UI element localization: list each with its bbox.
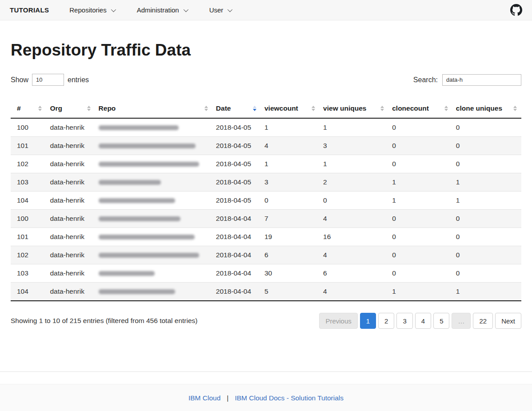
column-header-label: # [17, 104, 21, 112]
footer-link-ibm-cloud[interactable]: IBM Cloud [188, 394, 220, 402]
cell-viewcount: 3 [261, 173, 320, 192]
sort-icon [312, 106, 315, 111]
navbar-brand[interactable]: TUTORIALS [10, 6, 49, 14]
cell-num: 103 [11, 264, 46, 283]
table-row: 101 data-henrik 2018-04-04 19 16 0 0 [11, 228, 521, 246]
table-header: # Org Repo Date viewcount view uniques c… [11, 99, 521, 118]
sort-icon [38, 106, 42, 111]
cell-date: 2018-04-04 [212, 264, 261, 283]
pagination: Previous12345…22Next [319, 313, 521, 329]
pagination-next-button[interactable]: Next [495, 313, 521, 329]
site-footer: IBM Cloud|IBM Cloud Docs - Solution Tuto… [0, 384, 532, 411]
pagination-page-button[interactable]: 2 [378, 313, 394, 329]
traffic-table: # Org Repo Date viewcount view uniques c… [11, 99, 521, 301]
search-input[interactable] [442, 74, 521, 86]
cell-view-uniques: 4 [320, 283, 388, 301]
nav-item-repositories[interactable]: Repositories [69, 6, 114, 14]
cell-view-uniques: 2 [320, 173, 388, 192]
column-header-clonecount[interactable]: clonecount [388, 99, 452, 118]
pagination-page-button[interactable]: 1 [360, 313, 376, 329]
column-header-label: Org [50, 104, 62, 112]
search-control: Search: [413, 74, 521, 86]
cell-repo [95, 228, 212, 246]
cell-viewcount: 30 [261, 264, 320, 283]
pagination-page-button[interactable]: 3 [396, 313, 412, 329]
redacted-repo-name [99, 144, 196, 148]
cell-repo [95, 246, 212, 264]
cell-repo [95, 210, 212, 228]
table-row: 100 data-henrik 2018-04-05 1 1 0 0 [11, 118, 521, 137]
cell-viewcount: 1 [261, 155, 320, 173]
nav-item-label: Administration [137, 6, 179, 14]
cell-clonecount: 0 [388, 264, 452, 283]
redacted-repo-name [99, 180, 161, 185]
redacted-repo-name [99, 162, 199, 167]
redacted-repo-name [99, 198, 175, 203]
nav-item-user[interactable]: User [209, 6, 232, 14]
sort-icon [380, 106, 384, 111]
main-content: Repository Traffic Data Show entries Sea… [0, 41, 532, 329]
github-icon[interactable] [510, 4, 522, 16]
redacted-repo-name [99, 253, 199, 258]
cell-num: 104 [11, 192, 46, 210]
table-footer: Showing 1 to 10 of 215 entries (filtered… [11, 313, 521, 329]
footer-links: IBM Cloud|IBM Cloud Docs - Solution Tuto… [188, 394, 344, 402]
page-length-input[interactable] [32, 74, 64, 86]
cell-view-uniques: 4 [320, 210, 388, 228]
table-body: 100 data-henrik 2018-04-05 1 1 0 0 101 d… [11, 118, 521, 301]
cell-view-uniques: 6 [320, 264, 388, 283]
cell-clone-uniques: 0 [452, 246, 521, 264]
cell-org: data-henrik [46, 228, 95, 246]
cell-date: 2018-04-04 [212, 228, 261, 246]
nav-item-administration[interactable]: Administration [137, 6, 187, 14]
column-header-num[interactable]: # [11, 99, 46, 118]
column-header-repo[interactable]: Repo [95, 99, 212, 118]
cell-org: data-henrik [46, 246, 95, 264]
chevron-down-icon [183, 7, 188, 12]
cell-clonecount: 0 [388, 246, 452, 264]
show-label: Show [11, 76, 28, 84]
column-header-viewcount[interactable]: viewcount [261, 99, 320, 118]
footer-link-solution-tutorials[interactable]: IBM Cloud Docs - Solution Tutorials [235, 394, 344, 402]
table-row: 102 data-henrik 2018-04-04 6 4 0 0 [11, 246, 521, 264]
column-header-clone-uniques[interactable]: clone uniques [452, 99, 521, 118]
cell-view-uniques: 16 [320, 228, 388, 246]
column-header-view-uniques[interactable]: view uniques [320, 99, 388, 118]
table-row: 104 data-henrik 2018-04-04 5 4 1 1 [11, 283, 521, 301]
pagination-previous-button[interactable]: Previous [319, 313, 357, 329]
cell-org: data-henrik [46, 118, 95, 137]
cell-viewcount: 1 [261, 118, 320, 137]
pagination-page-button[interactable]: 5 [433, 313, 449, 329]
cell-org: data-henrik [46, 210, 95, 228]
pagination-page-button[interactable]: 22 [473, 313, 493, 329]
table-row: 102 data-henrik 2018-04-05 1 1 0 0 [11, 155, 521, 173]
redacted-repo-name [99, 271, 155, 276]
column-header-label: clonecount [392, 104, 429, 112]
cell-num: 100 [11, 118, 46, 137]
column-header-label: clone uniques [456, 104, 502, 112]
cell-view-uniques: 1 [320, 118, 388, 137]
cell-clonecount: 1 [388, 173, 452, 192]
cell-clone-uniques: 1 [452, 192, 521, 210]
pagination-page-button[interactable]: 4 [415, 313, 431, 329]
cell-viewcount: 6 [261, 246, 320, 264]
cell-num: 104 [11, 283, 46, 301]
cell-num: 100 [11, 210, 46, 228]
cell-clone-uniques: 0 [452, 118, 521, 137]
column-header-org[interactable]: Org [46, 99, 95, 118]
cell-view-uniques: 3 [320, 137, 388, 155]
navbar-menu: Repositories Administration User [69, 6, 510, 14]
column-header-date[interactable]: Date [212, 99, 261, 118]
column-header-label: Repo [99, 104, 116, 112]
cell-viewcount: 7 [261, 210, 320, 228]
cell-num: 101 [11, 228, 46, 246]
cell-repo [95, 137, 212, 155]
show-entries-control: Show entries [11, 74, 89, 86]
cell-org: data-henrik [46, 264, 95, 283]
table-controls: Show entries Search: [11, 74, 521, 86]
sort-icon [253, 106, 256, 111]
column-header-label: Date [216, 104, 231, 112]
redacted-repo-name [99, 216, 180, 221]
pagination-ellipsis[interactable]: … [452, 313, 471, 329]
table-row: 103 data-henrik 2018-04-04 30 6 0 0 [11, 264, 521, 283]
